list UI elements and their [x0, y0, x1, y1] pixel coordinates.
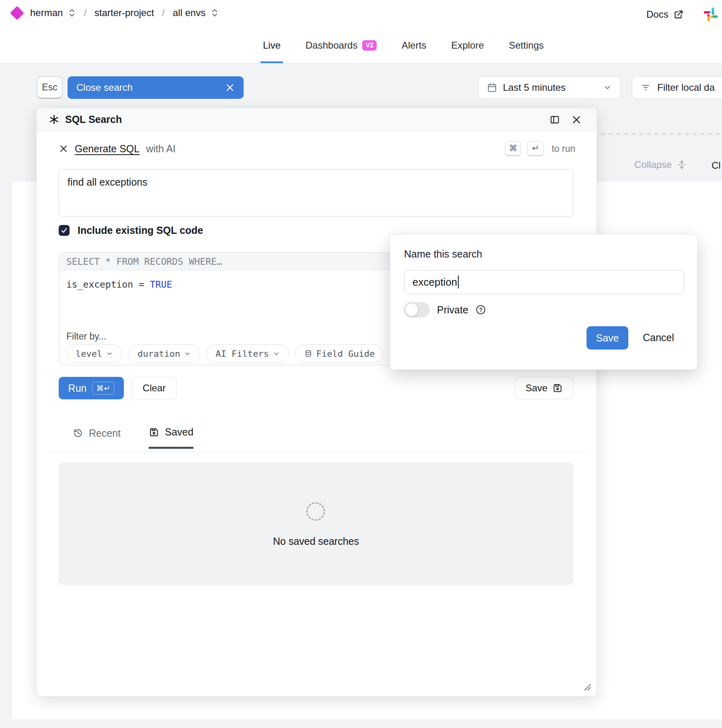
modal-header: SQL Search — [37, 108, 597, 131]
sql-code-text: is_exception = — [66, 279, 144, 290]
loading-spinner — [306, 502, 325, 521]
empty-state-message: No saved searches — [59, 536, 573, 547]
chip-ai-filters[interactable]: AI Filters — [206, 344, 289, 363]
brand-logo — [10, 6, 24, 20]
generate-sql-link[interactable]: Generate SQL — [75, 143, 139, 155]
action-row: Run ⌘↵ Clear Save — [59, 377, 573, 399]
slack-icon[interactable] — [703, 6, 719, 22]
chevron-down-icon — [106, 350, 113, 357]
save-icon — [149, 427, 159, 438]
check-icon — [60, 227, 68, 234]
clear-button[interactable]: Clear — [132, 377, 176, 399]
calendar-icon — [487, 82, 497, 93]
chip-field-guide[interactable]: Field Guide — [295, 344, 384, 363]
sql-code-keyword: TRUE — [150, 279, 172, 290]
help-icon[interactable]: ? — [476, 305, 486, 315]
chevron-down-icon — [603, 83, 612, 92]
close-search-button[interactable]: Close search — [68, 76, 244, 99]
ai-prompt-textarea[interactable]: find all exceptions — [59, 169, 573, 217]
asterisk-icon — [49, 114, 59, 125]
collapse-icon — [677, 160, 687, 170]
dialog-title: Name this search — [404, 248, 482, 260]
dock-panel-button[interactable] — [547, 112, 563, 128]
tab-explore[interactable]: Explore — [449, 40, 486, 63]
workspace-selector-icon[interactable] — [68, 8, 76, 17]
tab-alerts[interactable]: Alerts — [399, 40, 429, 63]
run-kbd-hint: ⌘↵ — [92, 382, 114, 395]
database-icon — [304, 350, 312, 358]
filter-label: Filter local da — [657, 82, 715, 93]
tab-recent[interactable]: Recent — [73, 426, 121, 449]
external-link-icon — [673, 9, 684, 20]
cmd-key-hint: ⌘ — [505, 141, 521, 156]
tab-saved[interactable]: Saved — [149, 426, 193, 449]
modal-title: SQL Search — [65, 114, 122, 125]
filter-icon — [640, 82, 651, 93]
generate-sql-row: Generate SQL with AI ⌘ ↵ to run — [59, 141, 575, 156]
svg-text:?: ? — [479, 307, 483, 313]
tab-dashboards[interactable]: DashboardsV2 — [303, 40, 379, 63]
app-root: herman / starter-project / all envs Live… — [0, 0, 722, 728]
environment-selector-icon[interactable] — [211, 8, 218, 17]
tab-live[interactable]: Live — [260, 40, 283, 63]
name-search-dialog: Name this search exception Private ? Sav… — [390, 234, 697, 370]
chip-duration[interactable]: duration — [128, 344, 200, 363]
time-range-value: Last 5 minutes — [503, 82, 566, 93]
collapse-control[interactable]: Collapse — [634, 159, 687, 170]
private-toggle[interactable] — [404, 302, 430, 317]
checkbox-checked[interactable] — [59, 225, 70, 236]
breadcrumb-environment[interactable]: all envs — [173, 7, 205, 18]
saved-searches-panel: No saved searches — [59, 462, 573, 585]
search-name-input[interactable]: exception — [404, 270, 684, 294]
main-nav: Live DashboardsV2 Alerts Explore Setting… — [260, 0, 546, 63]
private-label: Private — [437, 304, 468, 316]
breadcrumb-separator: / — [160, 7, 167, 18]
docs-link[interactable]: Docs — [646, 9, 684, 20]
time-range-select[interactable]: Last 5 minutes — [478, 76, 620, 99]
breadcrumb-separator: / — [81, 7, 89, 18]
enter-key-hint: ↵ — [527, 141, 544, 156]
search-list-tabs: Recent Saved — [73, 426, 193, 449]
breadcrumb-project[interactable]: starter-project — [94, 7, 154, 18]
close-icon — [225, 83, 235, 92]
private-toggle-row: Private ? — [404, 302, 486, 317]
modal-close-button[interactable] — [568, 112, 585, 128]
chart-dashed-line — [601, 133, 722, 135]
breadcrumb-workspace[interactable]: herman — [30, 7, 63, 18]
sql-search-modal: SQL Search Generate SQL with AI ⌘ ↵ to r… — [36, 108, 597, 697]
dialog-save-button[interactable]: Save — [587, 326, 628, 350]
chevron-down-icon — [184, 350, 191, 357]
filter-by-label: Filter by... — [66, 331, 106, 342]
breadcrumb: herman / starter-project / all envs — [12, 7, 218, 18]
run-button[interactable]: Run ⌘↵ — [59, 377, 124, 399]
save-icon — [552, 383, 563, 393]
generate-sql-suffix: with AI — [146, 143, 176, 155]
text-cursor — [458, 276, 459, 288]
dismiss-ai-icon[interactable] — [59, 144, 68, 153]
include-sql-checkbox-row[interactable]: Include existing SQL code — [59, 225, 203, 236]
esc-key-hint: Esc — [37, 76, 62, 99]
v2-badge: V2 — [362, 40, 377, 51]
include-sql-label: Include existing SQL code — [78, 225, 203, 236]
toggle-knob — [405, 303, 418, 316]
chevron-down-icon — [273, 350, 280, 357]
side-panel-icon — [550, 115, 560, 125]
tab-settings[interactable]: Settings — [507, 40, 546, 63]
chip-level[interactable]: level — [66, 344, 122, 363]
search-name-value: exception — [412, 276, 457, 288]
history-icon — [73, 428, 83, 438]
topbar: herman / starter-project / all envs Live… — [0, 0, 722, 63]
resize-handle[interactable] — [581, 681, 592, 691]
clipped-right-label[interactable]: Cl — [712, 160, 721, 171]
filter-local-button[interactable]: Filter local da — [632, 76, 722, 99]
close-icon — [571, 115, 582, 125]
kbd-hint-label: to run — [552, 143, 575, 154]
dialog-cancel-button[interactable]: Cancel — [643, 332, 674, 344]
tabs-divider — [49, 452, 585, 452]
save-search-button[interactable]: Save — [515, 377, 573, 399]
filter-chips: level duration AI Filters Field Guide — [66, 344, 384, 363]
